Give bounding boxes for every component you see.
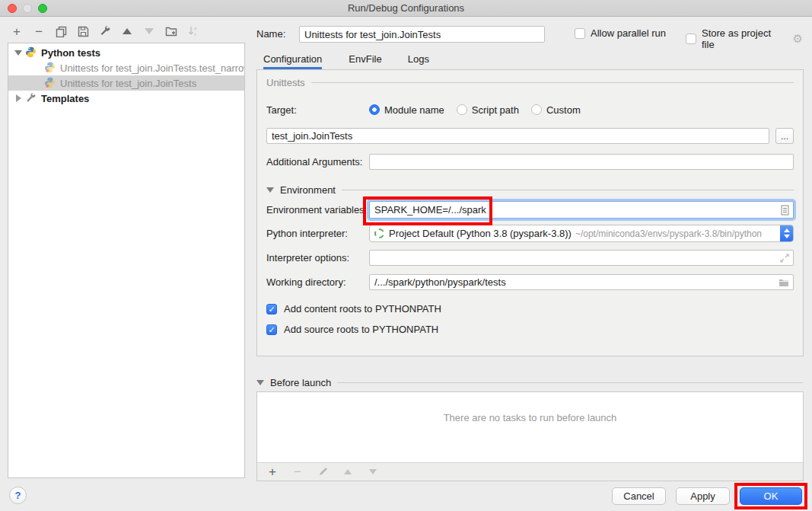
- python-interpreter-path: ~/opt/miniconda3/envs/pyspark-3.8/bin/py…: [575, 228, 762, 239]
- python-test-icon: [44, 77, 56, 89]
- templates-wrench-icon: [25, 92, 37, 104]
- ok-button[interactable]: OK: [740, 487, 802, 505]
- add-source-roots-checkbox[interactable]: ✓ Add source roots to PYTHONPATH: [266, 324, 794, 335]
- tab-configuration[interactable]: Configuration: [263, 50, 322, 69]
- remove-task-icon: −: [290, 465, 305, 480]
- move-up-icon[interactable]: [119, 24, 135, 39]
- tree-item-templates[interactable]: Templates: [8, 91, 244, 106]
- chevron-down-icon[interactable]: [13, 50, 24, 56]
- save-configuration-icon[interactable]: [75, 24, 91, 39]
- radio-script-path[interactable]: [457, 104, 467, 115]
- tree-item-python-tests[interactable]: Python tests: [8, 45, 244, 60]
- module-name-input[interactable]: [272, 130, 764, 142]
- move-down-icon: [142, 24, 157, 39]
- python-interpreter-value: Project Default (Python 3.8 (pyspark-3.8…: [389, 228, 572, 239]
- move-task-down-icon: [365, 465, 381, 480]
- remove-configuration-icon[interactable]: −: [31, 24, 46, 39]
- new-folder-icon[interactable]: [164, 24, 179, 39]
- sort-alphabetically-icon: az: [186, 24, 201, 39]
- name-label: Name:: [256, 28, 285, 40]
- working-directory-input[interactable]: [374, 276, 788, 288]
- name-row: Name: Allow parallel run Store as projec…: [256, 26, 803, 43]
- copy-configuration-icon[interactable]: [53, 24, 68, 39]
- store-as-project-file-checkbox[interactable]: Store as project file ⚙: [686, 27, 803, 50]
- target-row: Target: Module name Script path Custom: [266, 102, 794, 117]
- additional-arguments-label: Additional Arguments:: [266, 156, 369, 168]
- python-interpreter-dropdown[interactable]: Project Default (Python 3.8 (pyspark-3.8…: [369, 225, 794, 242]
- interpreter-options-input[interactable]: [374, 252, 788, 263]
- help-button[interactable]: ?: [9, 487, 27, 504]
- titlebar: Run/Debug Configurations: [0, 0, 812, 17]
- allow-parallel-run-label: Allow parallel run: [591, 27, 666, 39]
- radio-custom-label[interactable]: Custom: [546, 104, 581, 116]
- environment-variables-input[interactable]: [374, 204, 788, 216]
- tab-logs[interactable]: Logs: [408, 50, 429, 69]
- run-debug-configurations-dialog: Run/Debug Configurations + − az Pytho: [0, 0, 812, 511]
- before-launch-section-header[interactable]: Before launch: [256, 375, 804, 390]
- checkbox-icon[interactable]: [686, 34, 696, 44]
- checkbox-checked-icon[interactable]: ✓: [266, 324, 277, 335]
- collapse-triangle-icon[interactable]: [266, 187, 274, 193]
- apply-button[interactable]: Apply: [676, 487, 730, 505]
- module-name-field-wrap: [266, 128, 769, 144]
- target-label: Target:: [266, 104, 369, 116]
- add-content-roots-checkbox[interactable]: ✓ Add content roots to PYTHONPATH: [266, 303, 794, 315]
- section-divider: [311, 82, 794, 83]
- dropdown-stepper-icon[interactable]: [780, 225, 794, 242]
- radio-module-name[interactable]: [369, 104, 380, 115]
- add-task-icon[interactable]: +: [265, 465, 280, 480]
- radio-custom[interactable]: [531, 104, 542, 115]
- checkbox-checked-icon[interactable]: ✓: [266, 304, 277, 315]
- add-content-roots-label: Add content roots to PYTHONPATH: [284, 303, 441, 315]
- window-title: Run/Debug Configurations: [0, 0, 812, 17]
- unittests-section-header: Unittests: [266, 75, 794, 90]
- checkbox-icon[interactable]: [575, 28, 585, 39]
- interpreter-options-field-wrap: [369, 250, 794, 266]
- tree-item-label: Unittests for test_join.JoinTests: [60, 78, 196, 89]
- expand-field-icon[interactable]: [780, 254, 789, 263]
- svg-text:z: z: [194, 32, 196, 37]
- python-interpreter-row: Python interpreter: Project Default (Pyt…: [266, 225, 794, 242]
- radio-module-name-label[interactable]: Module name: [384, 104, 444, 116]
- target-options: Module name Script path Custom: [369, 104, 794, 116]
- tree-item-test-narrow[interactable]: Unittests for test_join.JoinTests.test_n…: [8, 60, 244, 75]
- tab-envfile[interactable]: EnvFile: [349, 50, 381, 69]
- config-tabs: Configuration EnvFile Logs: [256, 50, 429, 69]
- before-launch-empty-message: There are no tasks to run before launch: [257, 412, 803, 423]
- before-launch-label: Before launch: [270, 377, 331, 388]
- tree-item-jointests-selected[interactable]: Unittests for test_join.JoinTests: [8, 75, 244, 91]
- chevron-right-icon[interactable]: [13, 94, 24, 102]
- cancel-button[interactable]: Cancel: [612, 487, 666, 505]
- browse-button[interactable]: ...: [775, 128, 794, 144]
- section-divider: [342, 190, 794, 190]
- conda-env-icon: [374, 228, 384, 238]
- configurations-toolbar: + − az: [9, 23, 201, 40]
- dialog-footer: Cancel Apply OK: [612, 487, 802, 505]
- allow-parallel-run-checkbox[interactable]: Allow parallel run: [575, 27, 666, 39]
- collapse-triangle-icon[interactable]: [256, 380, 264, 385]
- working-directory-row: Working directory:: [266, 274, 794, 290]
- ok-button-wrap: OK: [740, 487, 802, 505]
- env-vars-browse-icon[interactable]: [781, 205, 789, 216]
- configuration-settings-panel: Unittests Target: Module name Script pat…: [256, 69, 804, 356]
- additional-arguments-input[interactable]: [374, 156, 788, 168]
- radio-script-path-label[interactable]: Script path: [472, 104, 519, 116]
- folder-icon[interactable]: [779, 278, 789, 287]
- python-interpreter-label: Python interpreter:: [266, 228, 369, 239]
- gear-icon[interactable]: ⚙: [793, 32, 803, 46]
- help-label: ?: [15, 490, 21, 501]
- tree-item-label: Templates: [41, 93, 89, 104]
- configurations-tree: Python tests Unittests for test_join.Joi…: [8, 43, 245, 478]
- svg-text:a: a: [194, 26, 197, 30]
- working-directory-label: Working directory:: [266, 276, 369, 288]
- interpreter-options-row: Interpreter options:: [266, 250, 794, 266]
- interpreter-options-label: Interpreter options:: [266, 252, 369, 263]
- edit-templates-icon[interactable]: [97, 24, 113, 39]
- add-configuration-icon[interactable]: +: [9, 24, 24, 39]
- additional-arguments-row: Additional Arguments:: [266, 154, 794, 170]
- name-input[interactable]: [299, 26, 545, 43]
- environment-section-header[interactable]: Environment: [266, 182, 794, 197]
- before-launch-toolbar: + −: [257, 462, 803, 481]
- additional-arguments-field-wrap: [369, 154, 794, 170]
- edit-task-icon: [315, 465, 330, 480]
